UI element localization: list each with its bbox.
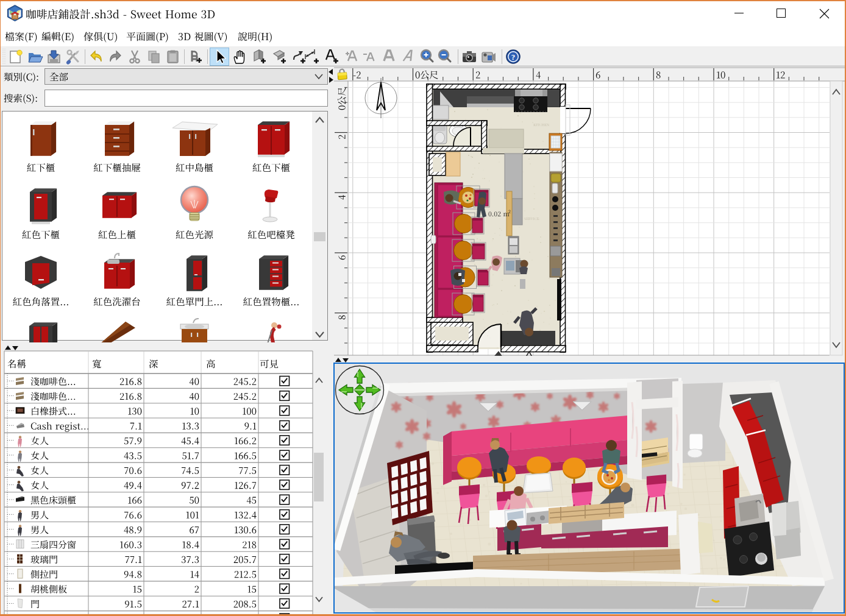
svg-text:?: ? <box>511 52 516 62</box>
